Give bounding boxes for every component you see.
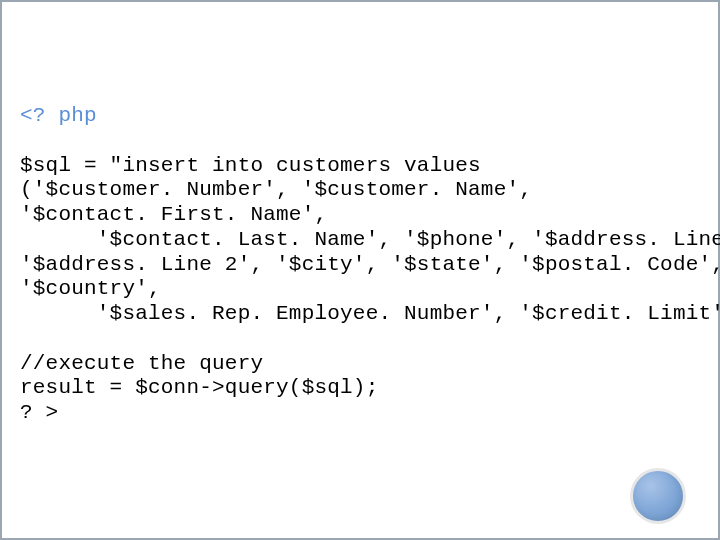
decorative-circle-icon (630, 468, 686, 524)
code-line-4: '$contact. Last. Name', '$phone', '$addr… (97, 228, 720, 251)
code-line-7: '$sales. Rep. Employee. Number', '$credi… (97, 302, 720, 325)
slide-frame: <? php $sql = "insert into customers val… (0, 0, 720, 540)
php-close-tag: ? > (20, 401, 58, 424)
code-line-2: ('$customer. Number', '$customer. Name', (20, 178, 532, 201)
code-line-3: '$contact. First. Name', (20, 203, 327, 226)
php-open-tag: <? php (20, 104, 97, 127)
code-line-1: $sql = "insert into customers values (20, 154, 481, 177)
code-comment: //execute the query (20, 352, 263, 375)
code-line-7-indent (20, 302, 97, 327)
code-block: <? php $sql = "insert into customers val… (20, 104, 704, 426)
code-line-5: '$address. Line 2', '$city', '$state', '… (20, 253, 720, 276)
code-result: result = $conn->query($sql); (20, 376, 378, 399)
code-line-4-indent (20, 228, 97, 253)
code-line-6: '$country', (20, 277, 161, 300)
